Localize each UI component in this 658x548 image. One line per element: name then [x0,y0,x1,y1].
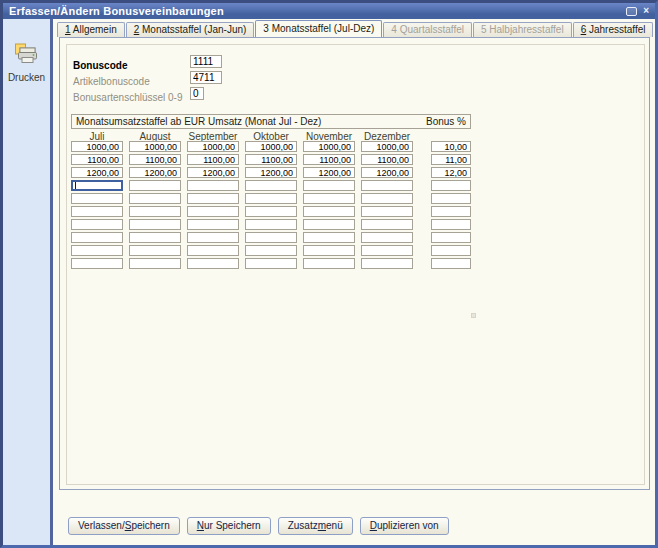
grid-cell-r10-c3[interactable] [187,258,239,269]
grid-cell-r6-c2[interactable] [129,206,181,217]
grid-cell-r7-c2[interactable] [129,219,181,230]
grid-bonus-cell-r6[interactable] [431,206,471,217]
grid-cell-r3-c6[interactable] [361,167,413,178]
grid-cell-r7-c5[interactable] [303,219,355,230]
grid-cell-r4-c6[interactable] [361,180,413,191]
grid-cell-r1-c2[interactable] [129,141,181,152]
zusatzmenu-button[interactable]: Zusatzmenü [278,517,353,535]
field-row: Bonusartenschlüssel 0-9 [73,87,638,101]
grid-cell-r4-c5[interactable] [303,180,355,191]
grid-bonus-cell-r5[interactable] [431,193,471,204]
tab-1-allgemein[interactable]: 1 Allgemein [57,22,125,37]
tab-6-jahresstaffel[interactable]: 6 Jahresstaffel [573,22,654,37]
tab-5-halbjahresstaffel: 5 Halbjahresstaffel [473,22,572,37]
grid-cell-r2-c3[interactable] [187,154,239,165]
grid-cell-r1-c6[interactable] [361,141,413,152]
grid-cell-r2-c1[interactable] [71,154,123,165]
grid-cell-r3-c4[interactable] [245,167,297,178]
sidebar: Drucken [3,19,53,545]
grid-cell-r9-c1[interactable] [71,245,123,256]
grid-cell-r1-c3[interactable] [187,141,239,152]
grid-bonus-cell-r1[interactable] [431,141,471,152]
grid-cell-r6-c3[interactable] [187,206,239,217]
grid-cell-r8-c3[interactable] [187,232,239,243]
grid-bonus-cell-r2[interactable] [431,154,471,165]
grid-cell-r5-c6[interactable] [361,193,413,204]
bonusartenschlussel-0-9-input[interactable] [190,87,204,100]
grid-cell-r2-c5[interactable] [303,154,355,165]
grid-cell-r4-c2[interactable] [129,180,181,191]
grid-cell-r5-c1[interactable] [71,193,123,204]
field-row: Bonuscode [73,55,638,69]
grid-bonus-cell-r10[interactable] [431,258,471,269]
artikelbonuscode-input[interactable] [190,71,222,84]
grid-bonus-cell-r9[interactable] [431,245,471,256]
grid-section-title: Monatsumsatzstaffel ab EUR Umsatz (Monat… [76,116,321,127]
grid-cell-r7-c3[interactable] [187,219,239,230]
grid-cell-r7-c4[interactable] [245,219,297,230]
grid-cell-r5-c4[interactable] [245,193,297,204]
grid-cell-r6-c6[interactable] [361,206,413,217]
grid-cell-r8-c4[interactable] [245,232,297,243]
grid-cell-r3-c5[interactable] [303,167,355,178]
restore-icon[interactable] [626,7,637,16]
grid-cell-r7-c6[interactable] [361,219,413,230]
grid-cell-r6-c1[interactable] [71,206,123,217]
field-label-artikelbonuscode: Artikelbonuscode [73,76,150,87]
grid-cell-r10-c4[interactable] [245,258,297,269]
grid-cell-r8-c5[interactable] [303,232,355,243]
grid-cell-r6-c5[interactable] [303,206,355,217]
field-label-bonuscode: Bonuscode [73,60,127,71]
grid-cell-r9-c6[interactable] [361,245,413,256]
grid-cell-r1-c4[interactable] [245,141,297,152]
grid-cell-r9-c4[interactable] [245,245,297,256]
title-bar: Erfassen/Ändern Bonusvereinbarungen × [3,3,655,19]
grid-cell-r4-c1[interactable] [71,180,123,191]
grid-cell-r2-c6[interactable] [361,154,413,165]
grid-cell-r10-c2[interactable] [129,258,181,269]
grid-cell-r9-c3[interactable] [187,245,239,256]
grid-cell-r10-c5[interactable] [303,258,355,269]
grid-cell-r10-c1[interactable] [71,258,123,269]
nur-speichern-button[interactable]: Nur Speichern [187,517,271,535]
bonus-column-title: Bonus % [426,116,466,127]
grid-cell-r1-c1[interactable] [71,141,123,152]
action-button-row: Verlassen/SpeichernNur SpeichernZusatzme… [68,517,449,535]
verlassen-speichern-button[interactable]: Verlassen/Speichern [68,517,180,535]
grid-cell-r3-c1[interactable] [71,167,123,178]
grid-cell-r7-c1[interactable] [71,219,123,230]
grid-cell-r4-c4[interactable] [245,180,297,191]
grid-cell-r6-c4[interactable] [245,206,297,217]
close-icon[interactable]: × [643,6,649,16]
grid-cell-r9-c2[interactable] [129,245,181,256]
printer-icon [14,41,40,69]
main-area: 1 Allgemein2 Monatsstaffel (Jan-Jun)3 Mo… [53,19,655,545]
grid-cell-r3-c3[interactable] [187,167,239,178]
bonuscode-input[interactable] [190,55,222,68]
duplizieren-von-button[interactable]: Duplizieren von [360,517,449,535]
grid-cell-r8-c1[interactable] [71,232,123,243]
grid-cell-r8-c2[interactable] [129,232,181,243]
grid-cell-r5-c3[interactable] [187,193,239,204]
grid-bonus-cell-r7[interactable] [431,219,471,230]
grid-cell-r3-c2[interactable] [129,167,181,178]
grid-bonus-cell-r4[interactable] [431,180,471,191]
grid-cell-r10-c6[interactable] [361,258,413,269]
window-body: Drucken 1 Allgemein2 Monatsstaffel (Jan-… [3,19,655,545]
print-button[interactable]: Drucken [8,41,45,83]
grid-bonus-cell-r3[interactable] [431,167,471,178]
tab-2-monatsstaffel-jan-jun[interactable]: 2 Monatsstaffel (Jan-Jun) [126,22,255,37]
grid-bonus-cell-r8[interactable] [431,232,471,243]
grid-cell-r1-c5[interactable] [303,141,355,152]
grid-cell-r9-c5[interactable] [303,245,355,256]
artifact-dot [471,313,476,318]
grid-cell-r4-c3[interactable] [187,180,239,191]
tab-4-quartalsstaffel: 4 Quartalsstaffel [383,22,472,37]
grid-cell-r2-c2[interactable] [129,154,181,165]
window-controls: × [626,6,649,16]
grid-cell-r2-c4[interactable] [245,154,297,165]
grid-cell-r5-c2[interactable] [129,193,181,204]
grid-cell-r5-c5[interactable] [303,193,355,204]
tab-3-monatsstaffel-jul-dez[interactable]: 3 Monatsstaffel (Jul-Dez) [255,20,382,37]
grid-cell-r8-c6[interactable] [361,232,413,243]
